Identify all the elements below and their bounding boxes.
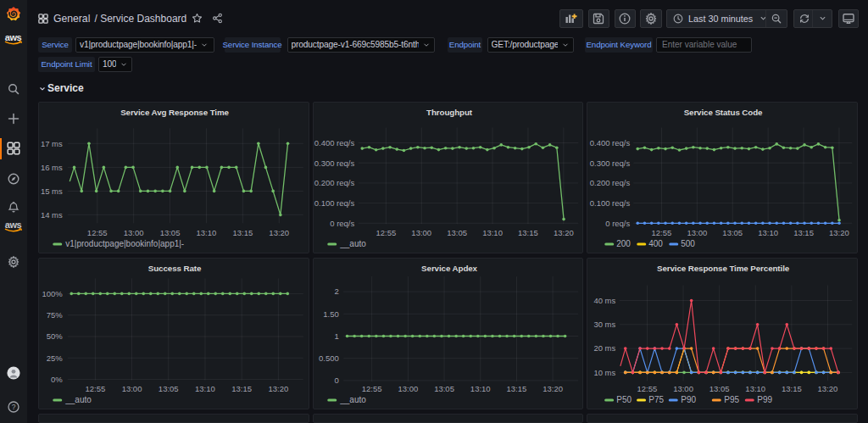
svg-text:13:15: 13:15 — [782, 383, 802, 392]
svg-text:200: 200 — [616, 239, 631, 248]
svg-text:13:15: 13:15 — [506, 383, 526, 392]
svg-text:13:05: 13:05 — [434, 383, 454, 392]
svg-text:13:05: 13:05 — [709, 383, 730, 392]
svg-text:13:05: 13:05 — [160, 228, 181, 237]
svg-text:75%: 75% — [47, 310, 64, 320]
svg-text:15 ms: 15 ms — [41, 186, 63, 196]
svg-text:13:10: 13:10 — [195, 383, 215, 392]
svg-text:25%: 25% — [47, 353, 64, 362]
svg-text:13:10: 13:10 — [758, 228, 778, 237]
svg-text:1.50: 1.50 — [323, 309, 339, 318]
svg-text:13:00: 13:00 — [398, 383, 418, 392]
svg-text:12:55: 12:55 — [85, 383, 105, 392]
svg-text:400: 400 — [648, 239, 663, 248]
svg-text:17 ms: 17 ms — [41, 139, 63, 148]
svg-text:12:55: 12:55 — [87, 228, 108, 237]
svg-text:0.500: 0.500 — [318, 353, 338, 363]
svg-text:13:20: 13:20 — [269, 228, 289, 237]
svg-text:13:20: 13:20 — [542, 383, 563, 392]
svg-text:13:20: 13:20 — [268, 383, 288, 392]
svg-text:__auto: __auto — [64, 395, 92, 404]
svg-text:13:15: 13:15 — [793, 228, 814, 237]
svg-text:0.400 req/s: 0.400 req/s — [590, 138, 631, 147]
svg-text:20 ms: 20 ms — [593, 343, 615, 353]
svg-text:__auto: __auto — [339, 239, 366, 248]
svg-text:P95: P95 — [724, 395, 739, 404]
svg-text:12:55: 12:55 — [376, 228, 396, 237]
svg-text:0 req/s: 0 req/s — [605, 219, 630, 228]
svg-text:13:20: 13:20 — [829, 228, 849, 237]
svg-text:13:15: 13:15 — [232, 228, 253, 237]
svg-text:Service Status Code: Service Status Code — [684, 108, 763, 117]
svg-text:13:10: 13:10 — [745, 383, 765, 392]
svg-text:aws: aws — [5, 220, 22, 230]
svg-text:0.200 req/s: 0.200 req/s — [590, 178, 631, 187]
svg-text:0.300 req/s: 0.300 req/s — [590, 159, 631, 168]
svg-text:0.300 req/s: 0.300 req/s — [314, 159, 354, 168]
svg-text:P75: P75 — [648, 395, 664, 404]
svg-text:Success Rate: Success Rate — [148, 263, 202, 272]
svg-text:13:00: 13:00 — [687, 228, 707, 237]
svg-text:13:15: 13:15 — [518, 228, 538, 237]
svg-text:13:15: 13:15 — [231, 383, 252, 392]
svg-text:14 ms: 14 ms — [41, 210, 63, 220]
svg-text:13:00: 13:00 — [122, 383, 142, 392]
svg-text:40 ms: 40 ms — [593, 295, 615, 304]
svg-text:13:20: 13:20 — [553, 228, 573, 237]
svg-text:13:00: 13:00 — [411, 228, 431, 237]
svg-text:P90: P90 — [681, 395, 696, 404]
svg-text:0%: 0% — [51, 374, 63, 383]
svg-text:13:20: 13:20 — [818, 383, 838, 392]
svg-text:0.200 req/s: 0.200 req/s — [314, 178, 354, 187]
svg-text:12:55: 12:55 — [652, 228, 672, 237]
svg-text:13:10: 13:10 — [470, 383, 490, 392]
svg-text:__auto: __auto — [339, 395, 366, 404]
svg-text:2: 2 — [334, 287, 338, 296]
svg-text:P50: P50 — [616, 395, 632, 404]
svg-text:12:55: 12:55 — [637, 383, 658, 392]
svg-text:0: 0 — [334, 376, 338, 385]
svg-text:0.100 req/s: 0.100 req/s — [314, 198, 354, 208]
svg-text:Service Apdex: Service Apdex — [421, 263, 478, 272]
svg-text:50%: 50% — [47, 331, 64, 341]
svg-text:Service Avg Response Time: Service Avg Response Time — [120, 108, 229, 117]
svg-text:500: 500 — [681, 239, 695, 248]
svg-text:13:05: 13:05 — [722, 228, 743, 237]
svg-text:13:05: 13:05 — [159, 383, 179, 392]
svg-text:13:00: 13:00 — [673, 383, 693, 392]
svg-text:13:10: 13:10 — [482, 228, 503, 237]
svg-text:1: 1 — [334, 331, 338, 340]
svg-text:0.100 req/s: 0.100 req/s — [590, 198, 631, 208]
svg-text:10 ms: 10 ms — [593, 367, 615, 376]
svg-text:13:10: 13:10 — [197, 228, 217, 237]
svg-text:Throughput: Throughput — [426, 108, 473, 117]
svg-text:13:00: 13:00 — [124, 228, 144, 237]
svg-text:Service Response Time Percenti: Service Response Time Percentile — [657, 263, 790, 272]
svg-text:?: ? — [12, 403, 16, 411]
svg-text:100%: 100% — [42, 288, 63, 298]
svg-text:16 ms: 16 ms — [41, 163, 63, 172]
svg-text:0.400 req/s: 0.400 req/s — [314, 138, 354, 147]
svg-text:P99: P99 — [757, 395, 772, 404]
svg-text:13:05: 13:05 — [447, 228, 467, 237]
svg-text:12:55: 12:55 — [361, 383, 381, 392]
svg-text:0 req/s: 0 req/s — [330, 219, 354, 228]
svg-text:30 ms: 30 ms — [593, 320, 615, 329]
svg-text:v1|productpage|bookinfo|app1|-: v1|productpage|bookinfo|app1|- — [65, 239, 184, 248]
